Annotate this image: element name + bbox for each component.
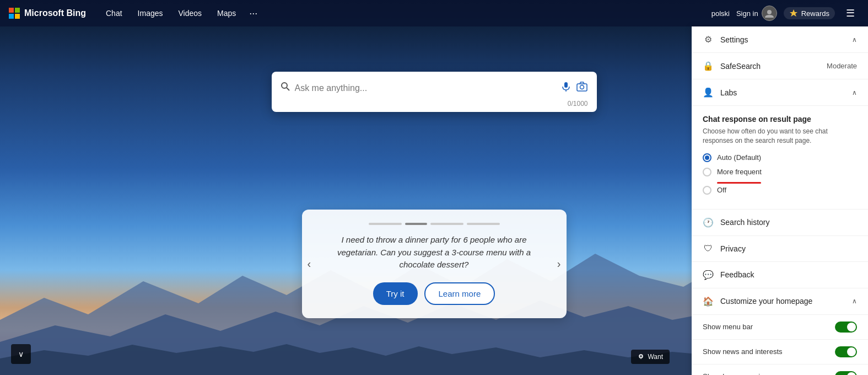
labs-label: Labs [720,88,845,97]
chat-response-title: Chat response on result page [703,115,857,124]
radio-auto-label: Auto (Default) [717,153,761,162]
history-icon: 🕐 [703,217,714,228]
privacy-label: Privacy [720,244,857,253]
radio-auto[interactable]: Auto (Default) [703,153,857,162]
settings-label: Settings [720,35,845,44]
logo-area[interactable]: Microsoft Bing [9,8,86,19]
dot-1 [369,223,402,225]
nav-more-button[interactable]: ··· [245,6,262,22]
privacy-row[interactable]: 🛡 Privacy [692,236,868,262]
dot-2 [405,223,427,225]
red-separator-line [717,182,761,184]
search-counter: 0/1000 [281,100,588,108]
carousel-prev-button[interactable]: ‹ [308,258,311,270]
nav-maps[interactable]: Maps [211,7,242,20]
suggestion-card: ‹ › I need to throw a dinner party for 6… [302,210,567,318]
search-history-row[interactable]: 🕐 Search history [692,210,868,236]
safesearch-row[interactable]: 🔒 SafeSearch Moderate [692,53,868,79]
settings-chevron-icon: ∧ [852,36,857,44]
try-it-button[interactable]: Try it [373,282,418,305]
microphone-icon[interactable] [560,81,572,95]
svg-rect-7 [564,82,568,88]
dots-indicator [324,223,544,225]
show-homepage-image-toggle[interactable] [835,371,857,375]
search-input[interactable] [295,83,556,93]
location-info[interactable]: Want [631,350,670,364]
svg-marker-4 [790,9,797,17]
search-box: 0/1000 [272,72,597,112]
bing-logo-text: Microsoft Bing [24,8,86,18]
suggestion-buttons: Try it Learn more [324,282,544,305]
nav-images[interactable]: Images [131,7,170,20]
radio-off[interactable]: Off [703,186,857,195]
settings-panel: ⚙ Settings ∧ 🔒 SafeSearch Moderate 👤 Lab… [692,26,868,375]
microsoft-logo [9,8,20,19]
settings-gear-icon: ⚙ [703,34,714,45]
customize-header-row[interactable]: 🏠 Customize your homepage ∧ [692,288,868,315]
hamburger-menu[interactable]: ☰ [842,5,859,22]
scroll-down-button[interactable]: ∨ [11,344,31,364]
svg-point-5 [282,83,287,88]
home-icon: 🏠 [703,296,714,307]
labs-header-row[interactable]: 👤 Labs ∧ [692,79,868,106]
location-text: Want [648,353,663,361]
language-selector[interactable]: polski [711,9,730,18]
show-news-row: Show news and interests [692,340,868,365]
customize-label: Customize your homepage [720,297,845,306]
carousel-next-button[interactable]: › [557,258,561,270]
learn-more-button[interactable]: Learn more [424,282,495,305]
feedback-icon: 💬 [703,270,714,280]
show-homepage-image-label: Show homepage image [703,372,835,375]
camera-icon[interactable] [576,81,588,95]
radio-auto-circle[interactable] [703,153,711,162]
dot-3 [430,223,463,225]
svg-point-3 [767,10,772,14]
customize-chevron-icon: ∧ [852,297,857,305]
nav-links: Chat Images Videos Maps ··· [99,6,707,22]
rewards-button[interactable]: Rewards [784,7,835,19]
nav-videos[interactable]: Videos [172,7,209,20]
show-homepage-image-row: Show homepage image [692,365,868,375]
top-navigation: Microsoft Bing Chat Images Videos Maps ·… [0,0,868,26]
feedback-label: Feedback [720,270,857,279]
labs-person-icon: 👤 [703,87,714,98]
radio-off-label: Off [717,186,726,194]
nav-chat[interactable]: Chat [99,7,129,20]
suggestion-text: I need to throw a dinner party for 6 peo… [324,234,544,271]
avatar [762,6,777,21]
svg-point-10 [580,85,584,89]
dot-4 [467,223,500,225]
show-menu-bar-toggle[interactable] [835,322,857,333]
safesearch-label: SafeSearch [720,62,820,71]
safesearch-value: Moderate [827,62,857,70]
signin-button[interactable]: Sign in [736,6,777,21]
show-menu-bar-row: Show menu bar [692,315,868,340]
labs-content: Chat response on result page Choose how … [692,106,868,210]
labs-chevron-icon: ∧ [852,89,857,97]
radio-more-frequent[interactable]: More frequent [703,168,857,176]
chat-response-desc: Choose how often do you want to see chat… [703,127,857,146]
svg-line-6 [287,88,289,90]
radio-off-circle[interactable] [703,186,711,195]
nav-right: polski Sign in Rewards ☰ [711,5,859,22]
show-news-toggle[interactable] [835,346,857,357]
search-icon [281,82,290,94]
show-news-label: Show news and interests [703,347,835,356]
lock-icon: 🔒 [703,61,714,71]
location-icon [638,353,644,360]
radio-frequent-label: More frequent [717,168,762,176]
search-history-label: Search history [720,218,857,227]
search-area: 0/1000 [272,72,597,112]
privacy-shield-icon: 🛡 [703,244,714,254]
settings-header-row[interactable]: ⚙ Settings ∧ [692,26,868,53]
radio-frequent-circle[interactable] [703,168,711,176]
feedback-row[interactable]: 💬 Feedback [692,262,868,288]
show-menu-bar-label: Show menu bar [703,323,835,331]
